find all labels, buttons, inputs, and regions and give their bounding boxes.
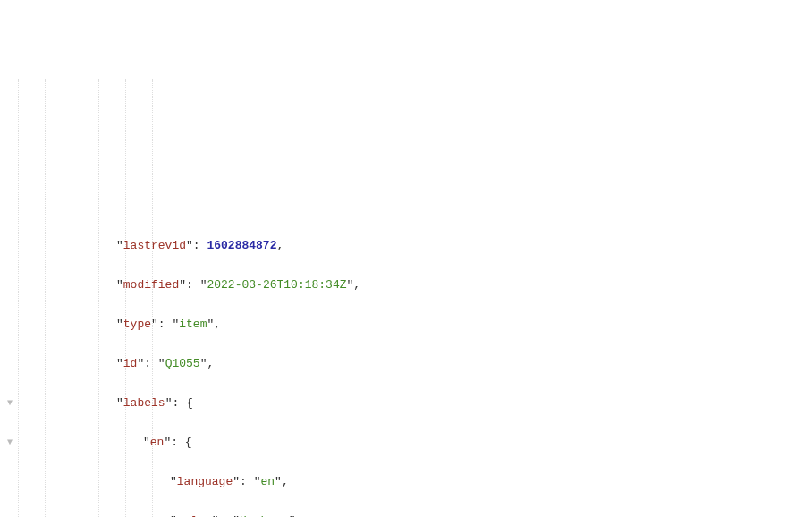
json-line-id: "id": "Q1055", <box>18 354 812 374</box>
json-viewer: "lastrevid": 1602884872, "modified": "20… <box>0 79 812 517</box>
json-line-labels-en-language: "language": "en", <box>18 472 812 492</box>
json-line-lastrevid: "lastrevid": 1602884872, <box>18 236 812 256</box>
json-line-modified: "modified": "2022-03-26T10:18:34Z", <box>18 275 812 295</box>
json-line-labels-en-open: ▼"en": { <box>18 433 812 453</box>
expand-caret-icon[interactable]: ▼ <box>5 394 14 413</box>
json-line-type: "type": "item", <box>18 315 812 335</box>
json-line-labels-en-value: "value": "Hamburg" <box>18 512 812 517</box>
json-line-labels-open: ▼"labels": { <box>18 394 812 413</box>
expand-caret-icon[interactable]: ▼ <box>5 433 14 453</box>
